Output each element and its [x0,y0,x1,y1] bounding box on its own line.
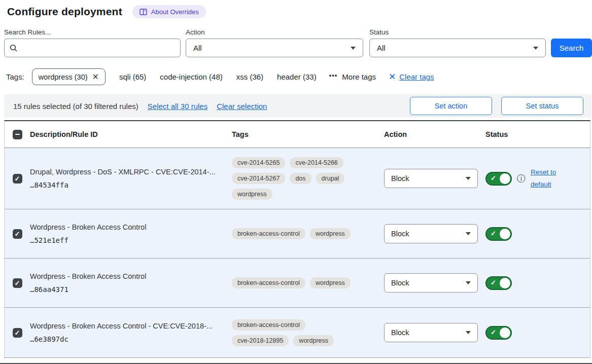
status-filter: Status All [369,28,546,57]
tags-label: Tags: [6,72,24,81]
row-checkbox-cell: ✓ [5,229,30,239]
action-filter: Action All [186,28,363,57]
tag-pill: wordpress [310,228,351,239]
check-icon: ✓ [491,174,496,182]
rule-action-select[interactable]: Block [384,273,478,293]
tag-header[interactable]: header (33) [274,72,320,81]
filters-bar: Search Rules... Action All Status All [4,28,592,57]
rule-action-select[interactable]: Block [384,323,478,342]
rule-description-cell: Wordpress - Broken Access Control …521e1… [30,223,232,244]
tag-pill: broken-access-control [232,228,305,239]
rule-action-select[interactable]: Block [384,224,478,243]
action-label: Action [186,28,363,36]
search-icon [10,44,18,52]
tag-pill: dos [290,173,311,184]
rule-tags-cell: broken-access-control cve-2018-12895 wor… [232,317,360,348]
select-all-link[interactable]: Select all 30 rules [148,102,207,111]
rule-action-cell: Block [384,224,485,243]
indeterminate-icon [15,134,20,135]
clear-tags-link[interactable]: ✕ Clear tags [389,72,434,81]
ellipsis-icon: ••• [329,71,338,79]
check-icon: ✓ [491,329,496,336]
rule-action-cell: Block [384,169,485,188]
tags-bar: Tags: wordpress (30) ✕ sqli (65) code-in… [4,68,592,85]
chevron-down-icon [533,47,538,50]
rule-id: …6e3897dc [30,335,232,343]
selected-tag-label: wordpress (30) [39,73,88,81]
tag-xss[interactable]: xss (36) [233,72,266,81]
table-header-row: Description/Rule ID Tags Action Status [5,121,590,148]
tag-pill: wordpress [310,277,351,288]
rule-id: …84534ffa [30,181,232,189]
status-toggle[interactable]: ✓ [485,326,512,340]
check-icon: ✓ [491,279,496,286]
remove-tag-icon[interactable]: ✕ [92,73,99,81]
rule-description-cell: Wordpress - Broken Access Control - CVE:… [30,322,232,343]
search-button[interactable]: Search [551,39,592,57]
check-icon: ✓ [15,330,20,336]
row-checkbox[interactable]: ✓ [13,278,22,288]
row-checkbox[interactable]: ✓ [13,229,22,239]
tag-pill: cve-2014-5266 [290,157,343,168]
rule-description: Drupal, Wordpress - DoS - XMLRPC - CVE:C… [30,168,232,176]
toggle-knob [500,229,510,239]
check-icon: ✓ [491,230,496,237]
chevron-down-icon [466,177,471,180]
table-row: ✓ Wordpress - Broken Access Control - CV… [5,307,590,357]
rule-tags-cell: cve-2014-5265 cve-2014-5266 cve-2014-526… [232,155,360,202]
column-status: Status [485,130,591,138]
about-overrides-button[interactable]: About Overrides [132,5,206,18]
rule-action-value: Block [391,329,409,337]
set-action-button[interactable]: Set action [410,97,492,115]
column-description: Description/Rule ID [30,130,232,138]
set-status-button[interactable]: Set status [501,97,583,115]
more-tags-button[interactable]: ••• More tags [327,72,378,81]
row-checkbox-cell: ✓ [5,174,30,184]
select-all-checkbox[interactable] [13,130,22,139]
status-label: Status [369,28,546,36]
info-icon[interactable]: ⓘ [517,174,526,183]
rule-action-value: Block [391,230,409,238]
rule-description: Wordpress - Broken Access Control [30,223,232,231]
row-checkbox[interactable]: ✓ [13,174,22,184]
rule-id: …521e1eff [30,236,232,244]
tag-pill: wordpress [293,335,334,346]
rule-action-cell: Block [384,273,485,293]
tag-sqli[interactable]: sqli (65) [116,72,149,81]
rule-status-cell: ✓ [485,326,591,340]
status-toggle[interactable]: ✓ [485,172,512,186]
action-select[interactable]: All [186,39,363,57]
toggle-knob [500,278,510,288]
rule-tags-cell: broken-access-control wordpress [232,226,360,241]
rule-tags-cell: broken-access-control wordpress [232,275,360,290]
tag-code-injection[interactable]: code-injection (48) [157,72,225,81]
tag-pill: drupal [316,173,345,184]
rule-status-cell: ✓ [485,276,591,290]
page-header: Configure deployment About Overrides [4,5,592,18]
about-overrides-label: About Overrides [151,8,199,16]
rule-action-value: Block [391,279,409,287]
check-icon: ✓ [15,175,20,182]
clear-selection-link[interactable]: Clear selection [217,102,267,111]
rule-action-cell: Block [384,323,485,342]
configure-deployment-page: Configure deployment About Overrides Sea… [0,0,592,358]
status-toggle[interactable]: ✓ [485,227,512,241]
rule-action-select[interactable]: Block [384,169,478,188]
rule-description-cell: Wordpress - Broken Access Control …86aa4… [30,272,232,294]
tag-pill: cve-2014-5265 [232,157,285,168]
status-select-value: All [377,44,386,52]
column-tags: Tags [232,130,384,138]
search-box [4,39,181,57]
status-toggle[interactable]: ✓ [485,276,512,290]
status-select[interactable]: All [369,39,546,57]
table-row: ✓ Wordpress - Broken Access Control …521… [5,209,590,258]
row-checkbox[interactable]: ✓ [13,328,22,338]
selected-tag-wordpress[interactable]: wordpress (30) ✕ [32,68,106,85]
row-checkbox-cell: ✓ [5,278,30,288]
rule-description: Wordpress - Broken Access Control - CVE:… [30,322,232,330]
reset-to-default-link[interactable]: Reset to default [531,166,562,190]
tag-pill: cve-2018-12895 [232,335,289,346]
search-rules-input[interactable] [22,44,175,52]
clear-tags-label: Clear tags [399,72,434,81]
book-icon [140,9,147,15]
